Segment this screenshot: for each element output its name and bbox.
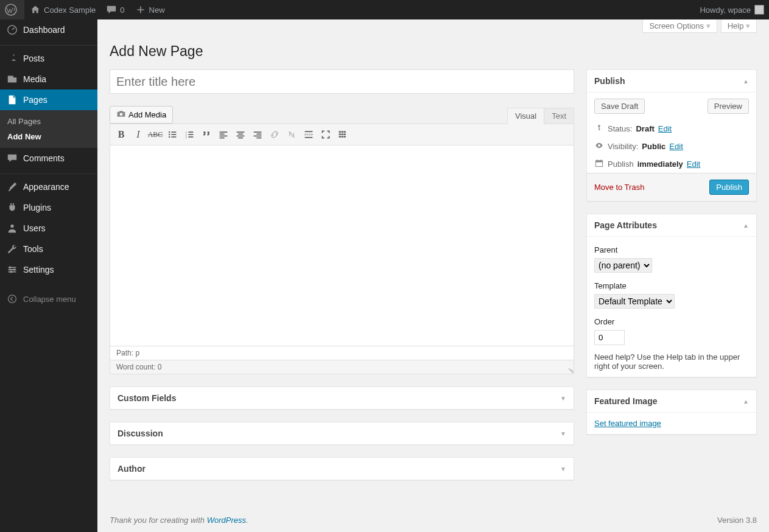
page-attributes-header[interactable]: Page Attributes▲ [587, 214, 756, 237]
svg-point-4 [13, 268, 16, 271]
order-input[interactable] [594, 330, 625, 345]
move-to-trash-link[interactable]: Move to Trash [594, 183, 644, 192]
svg-rect-27 [238, 138, 243, 139]
insert-more-button[interactable] [300, 126, 317, 143]
svg-point-7 [120, 113, 123, 116]
kitchen-sink-button[interactable] [334, 126, 351, 143]
svg-rect-46 [599, 129, 600, 130]
svg-rect-23 [220, 138, 225, 139]
my-account[interactable]: Howdy, wpace [695, 0, 769, 19]
new-content-link[interactable]: New [130, 0, 170, 19]
template-label: Template [594, 281, 749, 290]
svg-rect-9 [171, 131, 176, 133]
caret-down-icon: ▾ [746, 21, 750, 30]
blockquote-button[interactable] [198, 126, 215, 143]
page-title: Add New Page [110, 38, 757, 69]
align-left-button[interactable] [215, 126, 232, 143]
edit-schedule-link[interactable]: Edit [687, 159, 700, 169]
collapse-menu[interactable]: Collapse menu [0, 289, 97, 309]
screen-options-button[interactable]: Screen Options ▾ [642, 19, 717, 33]
dashboard-icon [6, 24, 18, 36]
author-toggle[interactable]: Author▼ [110, 458, 574, 480]
svg-rect-34 [305, 137, 313, 138]
svg-rect-49 [597, 159, 598, 161]
wordpress-logo-icon [5, 4, 17, 16]
svg-rect-36 [342, 131, 343, 132]
svg-rect-45 [599, 127, 599, 130]
submenu-add-new[interactable]: Add New [0, 129, 97, 144]
menu-plugins[interactable]: Plugins [0, 197, 97, 218]
wp-logo[interactable] [0, 0, 24, 19]
svg-rect-31 [256, 138, 261, 139]
publish-button[interactable]: Publish [709, 180, 749, 195]
menu-separator [0, 171, 97, 174]
menu-tools[interactable]: Tools [0, 239, 97, 259]
editor-content-area[interactable] [110, 145, 574, 346]
italic-button[interactable]: I [130, 126, 147, 143]
editor-path-bar: Path: p [110, 346, 574, 360]
svg-rect-20 [220, 131, 228, 133]
menu-appearance[interactable]: Appearance [0, 177, 97, 197]
wordpress-link[interactable]: WordPress [207, 516, 246, 525]
menu-users[interactable]: Users [0, 218, 97, 239]
svg-rect-25 [238, 133, 243, 135]
publish-box-header[interactable]: Publish▲ [587, 70, 756, 93]
discussion-toggle[interactable]: Discussion▼ [110, 422, 574, 444]
editor-tab-text[interactable]: Text [544, 108, 574, 124]
template-select[interactable]: Default Template [594, 294, 675, 309]
submenu-all-pages[interactable]: All Pages [0, 114, 97, 129]
svg-rect-48 [595, 161, 602, 163]
parent-select[interactable]: (no parent) [594, 258, 652, 273]
featured-image-header[interactable]: Featured Image▲ [587, 390, 756, 413]
caret-up-icon: ▲ [743, 78, 749, 85]
comments-link[interactable]: 0 [100, 0, 129, 19]
editor-wordcount-bar: Word count: 0 [110, 360, 574, 374]
pushpin-icon [6, 52, 18, 65]
edit-visibility-link[interactable]: Edit [669, 142, 683, 151]
preview-button[interactable]: Preview [708, 99, 749, 114]
edit-status-link[interactable]: Edit [658, 124, 672, 133]
svg-point-3 [9, 267, 12, 269]
svg-rect-33 [305, 134, 313, 135]
save-draft-button[interactable]: Save Draft [594, 99, 645, 114]
menu-dashboard[interactable]: Dashboard [0, 19, 97, 40]
align-right-button[interactable] [249, 126, 266, 143]
svg-rect-15 [188, 131, 193, 133]
menu-separator [0, 43, 97, 46]
site-name-link[interactable]: Codex Sample [24, 0, 100, 19]
set-featured-image-link[interactable]: Set featured image [594, 419, 661, 428]
editor-tab-visual[interactable]: Visual [507, 108, 544, 124]
caret-up-icon: ▲ [743, 222, 749, 229]
align-center-button[interactable] [232, 126, 249, 143]
schedule-row: Publish immediately Edit [587, 155, 756, 173]
svg-point-6 [9, 295, 16, 303]
menu-settings[interactable]: Settings [0, 259, 97, 280]
help-button[interactable]: Help ▾ [721, 19, 757, 33]
svg-rect-29 [256, 133, 261, 135]
menu-pages[interactable]: Pages [0, 89, 97, 110]
link-button[interactable] [266, 126, 283, 143]
caret-down-icon: ▼ [560, 395, 566, 402]
greeting-text: Howdy, wpace [700, 5, 751, 15]
bullet-list-button[interactable] [164, 126, 181, 143]
svg-rect-35 [339, 131, 341, 132]
plug-icon [6, 201, 18, 214]
add-media-button[interactable]: Add Media [110, 106, 173, 124]
fullscreen-button[interactable] [317, 126, 334, 143]
bold-button[interactable]: B [113, 126, 130, 143]
unlink-button[interactable] [283, 126, 300, 143]
resize-handle-icon[interactable] [565, 365, 572, 373]
custom-fields-toggle[interactable]: Custom Fields▼ [110, 387, 574, 409]
menu-media[interactable]: Media [0, 69, 97, 89]
comment-icon [105, 4, 118, 16]
number-list-button[interactable]: 123 [181, 126, 198, 143]
new-content-label: New [149, 5, 165, 15]
menu-comments[interactable]: Comments [0, 148, 97, 169]
strikethrough-button[interactable]: ABC [147, 126, 164, 143]
svg-rect-11 [171, 134, 176, 135]
svg-rect-13 [171, 136, 176, 138]
title-input[interactable] [110, 69, 574, 94]
svg-rect-39 [342, 133, 343, 135]
menu-posts[interactable]: Posts [0, 48, 97, 69]
svg-rect-38 [339, 133, 341, 135]
